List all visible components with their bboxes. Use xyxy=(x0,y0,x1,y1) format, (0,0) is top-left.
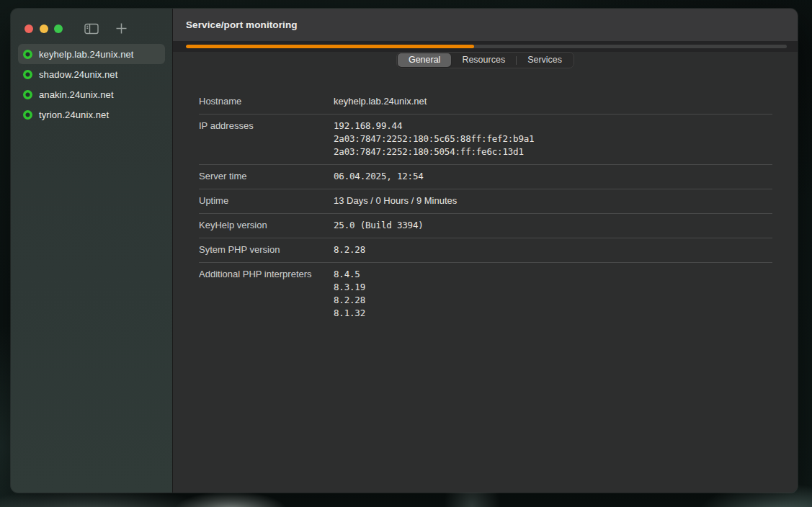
page-title: Service/port monitoring xyxy=(186,19,298,30)
detail-label: Server time xyxy=(199,170,334,183)
detail-value: 192.168.99.44 2a03:7847:2252:180:5c65:88… xyxy=(334,120,772,158)
ip-address: 192.168.99.44 xyxy=(334,120,772,133)
details-table: Hostname keyhelp.lab.24unix.net IP addre… xyxy=(199,90,772,326)
close-window-button[interactable] xyxy=(24,24,33,33)
detail-value: 8.4.5 8.3.19 8.2.28 8.1.32 xyxy=(334,268,772,320)
loading-progress-fill xyxy=(186,45,474,48)
detail-label: Hostname xyxy=(199,95,334,108)
sidebar: keyhelp.lab.24unix.net shadow.24unix.net… xyxy=(11,9,173,493)
row-keyhelp-version: KeyHelp version 25.0 (Build 3394) xyxy=(199,214,772,238)
sidebar-item-keyhelp[interactable]: keyhelp.lab.24unix.net xyxy=(18,44,165,64)
row-system-php-version: Sytem PHP version 8.2.28 xyxy=(199,238,772,263)
sidebar-item-tyrion[interactable]: tyrion.24unix.net xyxy=(18,104,165,125)
detail-value: 06.04.2025, 12:54 xyxy=(334,170,772,183)
detail-value: keyhelp.lab.24unix.net xyxy=(334,95,772,108)
php-version: 8.3.19 xyxy=(334,281,772,294)
main-panel: Service/port monitoring General Resource… xyxy=(173,9,798,493)
online-status-icon xyxy=(23,70,32,79)
detail-value: 8.2.28 xyxy=(334,243,772,256)
detail-value: 25.0 (Build 3394) xyxy=(334,219,772,232)
server-name: anakin.24unix.net xyxy=(39,89,114,100)
php-version: 8.1.32 xyxy=(334,307,772,320)
detail-label: KeyHelp version xyxy=(199,219,334,232)
detail-label: IP addresses xyxy=(199,120,334,158)
row-ip-addresses: IP addresses 192.168.99.44 2a03:7847:225… xyxy=(199,115,772,165)
zoom-window-button[interactable] xyxy=(54,24,63,33)
sidebar-toggle-icon xyxy=(84,23,99,35)
server-name: keyhelp.lab.24unix.net xyxy=(39,49,134,60)
loading-progress-bar xyxy=(186,45,787,48)
desktop-wallpaper: keyhelp.lab.24unix.net shadow.24unix.net… xyxy=(0,0,812,507)
row-server-time: Server time 06.04.2025, 12:54 xyxy=(199,165,772,189)
php-version: 8.4.5 xyxy=(334,268,772,281)
server-name: shadow.24unix.net xyxy=(39,69,117,80)
minimize-window-button[interactable] xyxy=(40,24,48,33)
online-status-icon xyxy=(23,110,32,120)
progress-strip xyxy=(173,41,798,52)
ip-address: 2a03:7847:2252:180:5054:ff:fe6c:13d1 xyxy=(334,145,772,158)
row-hostname: Hostname keyhelp.lab.24unix.net xyxy=(199,90,772,115)
sidebar-item-shadow[interactable]: shadow.24unix.net xyxy=(18,64,165,84)
add-server-button[interactable] xyxy=(115,22,128,35)
server-list: keyhelp.lab.24unix.net shadow.24unix.net… xyxy=(11,44,172,125)
row-uptime: Uptime 13 Days / 0 Hours / 9 Minutes xyxy=(199,189,772,214)
tab-resources[interactable]: Resources xyxy=(451,53,516,67)
detail-value: 13 Days / 0 Hours / 9 Minutes xyxy=(334,194,772,207)
row-additional-php-interpreters: Additional PHP interpreters 8.4.5 8.3.19… xyxy=(199,263,772,326)
tab-general[interactable]: General xyxy=(398,53,451,67)
tab-services[interactable]: Services xyxy=(517,53,573,67)
titlebar: Service/port monitoring xyxy=(173,9,798,41)
online-status-icon xyxy=(23,50,32,59)
detail-label: Uptime xyxy=(199,194,334,207)
server-name: tyrion.24unix.net xyxy=(39,109,109,120)
tab-bar: General Resources Services xyxy=(396,52,574,68)
online-status-icon xyxy=(23,90,32,99)
toggle-sidebar-button[interactable] xyxy=(84,23,99,35)
sidebar-item-anakin[interactable]: anakin.24unix.net xyxy=(18,84,165,104)
detail-label: Sytem PHP version xyxy=(199,243,334,256)
detail-label: Additional PHP interpreters xyxy=(199,268,334,320)
content-area: General Resources Services Hostname keyh… xyxy=(173,52,798,493)
plus-icon xyxy=(115,22,128,35)
app-window: keyhelp.lab.24unix.net shadow.24unix.net… xyxy=(11,9,798,493)
ip-address: 2a03:7847:2252:180:5c65:88ff:fef2:b9a1 xyxy=(334,133,772,145)
php-version: 8.2.28 xyxy=(334,294,772,307)
window-controls xyxy=(24,24,63,33)
sidebar-header xyxy=(11,9,172,33)
